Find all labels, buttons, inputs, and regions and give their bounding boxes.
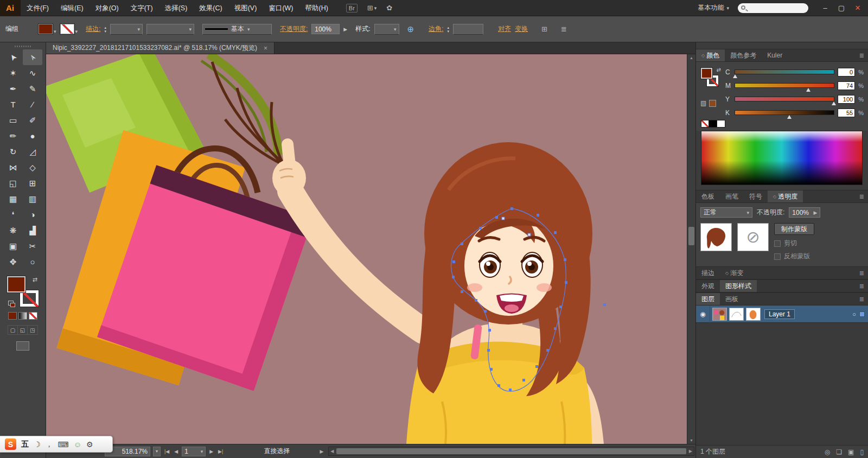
ime-settings-icon[interactable]: ⚙ [86, 440, 93, 449]
menu-object[interactable]: 对象(O) [90, 0, 125, 16]
color-spectrum[interactable] [701, 131, 863, 185]
anchor-point-tool[interactable]: ✎ [23, 81, 42, 97]
pen-tool[interactable]: ✒ [3, 81, 23, 97]
blend-tool[interactable]: ◑ [23, 207, 42, 222]
default-fill-stroke-icon[interactable] [8, 301, 14, 306]
magic-wand-tool[interactable]: ✶ [3, 65, 23, 81]
stroke-indicator[interactable] [20, 290, 39, 307]
new-layer-icon[interactable]: ▣ [848, 448, 854, 456]
panel-menu-icon[interactable]: ≣ [859, 270, 868, 277]
scroll-left-icon[interactable]: ◀ [329, 449, 335, 454]
tab-kuler[interactable]: Kuler [762, 49, 788, 61]
last-artboard-button[interactable]: ▶| [217, 449, 224, 454]
status-flyout-icon[interactable]: ▶ [320, 449, 323, 454]
ime-halfwidth-icon[interactable]: ☽ [34, 440, 41, 449]
tab-brushes[interactable]: 画笔 [720, 190, 744, 202]
transparency-opacity-input[interactable]: 100% ▶ [789, 207, 820, 218]
scroll-up-icon[interactable]: ▲ [690, 54, 693, 61]
zoom-dropdown-icon[interactable]: ▾ [153, 447, 161, 456]
vertical-scrollbar[interactable]: ▲ ▼ [687, 54, 695, 444]
opacity-expand-icon[interactable]: ▶ [343, 27, 347, 32]
ime-toolbar[interactable]: S 五 ☽ ， ⌨ ☺ ⚙ [0, 436, 113, 453]
tab-symbols[interactable]: 符号 [744, 190, 768, 202]
slider-handle[interactable] [733, 74, 737, 78]
tab-color[interactable]: ◇ 颜色 [696, 49, 725, 61]
draw-behind-button[interactable]: ◱ [18, 326, 28, 334]
free-transform-tool[interactable]: ◇ [23, 160, 42, 175]
tab-layers[interactable]: 图层 [696, 293, 720, 305]
cyan-value-input[interactable]: 0 [838, 68, 855, 77]
ime-mode-button[interactable]: 五 [21, 440, 29, 449]
magenta-value-input[interactable]: 74 [838, 81, 855, 90]
cs-live-icon[interactable]: ✿ [386, 4, 392, 12]
color-mode-button[interactable] [8, 312, 17, 320]
rotate-tool[interactable]: ↻ [3, 144, 23, 160]
screen-mode-button[interactable] [16, 341, 29, 351]
selection-tool[interactable]: ➤ [3, 49, 23, 65]
slider-handle[interactable] [787, 115, 792, 119]
fill-color-control[interactable]: ▾ [39, 24, 56, 34]
yellow-slider[interactable] [735, 97, 834, 101]
clip-checkbox[interactable]: 剪切 [774, 239, 814, 248]
vertical-scroll-thumb[interactable] [688, 227, 694, 245]
mesh-tool[interactable]: ▦ [3, 191, 23, 207]
swap-fill-stroke-icon[interactable]: ⇄ [717, 67, 721, 73]
magenta-slider[interactable] [735, 83, 834, 88]
blob-brush-tool[interactable]: ● [23, 128, 42, 144]
menu-effect[interactable]: 效果(C) [193, 0, 228, 16]
white-swatch[interactable] [717, 120, 725, 128]
scroll-down-icon[interactable]: ▼ [690, 437, 693, 444]
prev-artboard-button[interactable]: ◀ [173, 449, 179, 454]
black-value-input[interactable]: 55 [838, 109, 855, 117]
stroke-color-control[interactable]: ▾ [60, 24, 78, 34]
none-mode-button[interactable] [29, 312, 37, 320]
control-panel-menu-icon[interactable]: ≣ [561, 25, 567, 33]
slider-handle[interactable] [832, 101, 836, 105]
shape-builder-tool[interactable]: ◱ [3, 175, 23, 191]
draw-normal-button[interactable]: ▢ [8, 326, 18, 334]
tab-stroke[interactable]: 描边 [696, 267, 720, 279]
transform-link[interactable]: 变换 [515, 24, 528, 34]
locate-object-icon[interactable]: ◎ [825, 448, 830, 456]
gradient-mode-button[interactable] [18, 312, 27, 320]
tab-close-icon[interactable]: × [264, 44, 267, 52]
horizontal-scrollbar[interactable]: ◀ ▶ [328, 447, 694, 456]
ime-keyboard-icon[interactable]: ⌨ [58, 440, 69, 449]
fill-proxy[interactable] [701, 68, 712, 79]
close-button[interactable]: ✕ [850, 0, 866, 16]
first-artboard-button[interactable]: |◀ [163, 449, 170, 454]
stroke-link[interactable]: 描边: [86, 24, 100, 34]
app-logo-icon[interactable]: Ai [0, 0, 21, 16]
panel-menu-icon[interactable]: ≣ [859, 296, 868, 303]
line-segment-tool[interactable]: ∕ [23, 97, 42, 112]
bridge-icon[interactable]: Br [346, 4, 358, 12]
column-graph-tool[interactable]: ▟ [23, 222, 42, 238]
menu-view[interactable]: 视图(V) [228, 0, 263, 16]
workspace-switcher[interactable]: 基本功能 ▾ [698, 3, 729, 12]
artboard-number-input[interactable]: 1 ▾ [182, 447, 206, 456]
tab-transparency[interactable]: ◇ 透明度 [768, 190, 803, 202]
fill-indicator[interactable] [7, 276, 25, 292]
panel-menu-icon[interactable]: ≣ [859, 193, 868, 200]
menu-edit[interactable]: 编辑(E) [55, 0, 90, 16]
target-icon[interactable]: ○ [852, 311, 856, 317]
type-tool[interactable]: T [3, 97, 23, 112]
swap-fill-stroke-icon[interactable]: ⇄ [33, 276, 37, 283]
zoom-tool[interactable]: ○ [23, 254, 42, 270]
out-of-web-color-icon[interactable]: ▧ [700, 99, 706, 107]
tab-gradient[interactable]: ◇ 渐变 [720, 267, 749, 279]
scroll-right-icon[interactable]: ▶ [687, 449, 694, 454]
black-swatch[interactable] [709, 120, 717, 128]
menu-help[interactable]: 帮助(H) [299, 0, 334, 16]
opacity-link[interactable]: 不透明度: [280, 24, 308, 34]
menu-select[interactable]: 选择(S) [159, 0, 194, 16]
pencil-tool[interactable]: ✏ [3, 128, 23, 144]
layer-name[interactable]: Layer 1 [764, 309, 795, 319]
opacity-input[interactable]: 100% [311, 24, 340, 34]
style-select[interactable]: ▾ [374, 24, 399, 35]
ime-punctuation-icon[interactable]: ， [46, 440, 53, 449]
delete-layer-icon[interactable]: ▯ [860, 448, 864, 456]
next-artboard-button[interactable]: ▶ [208, 449, 214, 454]
slice-tool[interactable]: ✂ [23, 238, 42, 254]
slider-handle[interactable] [806, 88, 810, 92]
